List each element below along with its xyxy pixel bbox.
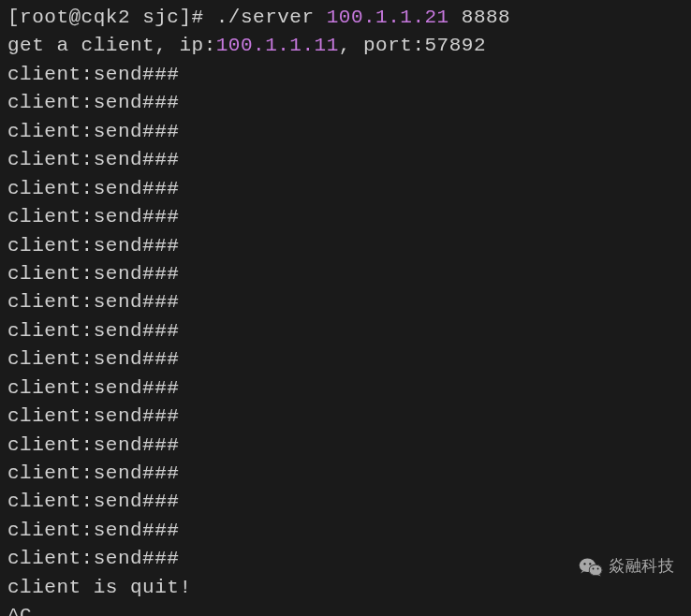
svg-point-4 xyxy=(583,563,585,565)
send-line: client:send### xyxy=(7,203,684,231)
client-ip: 100.1.1.11 xyxy=(216,35,339,56)
send-line: client:send### xyxy=(7,288,684,316)
send-line: client:send### xyxy=(7,89,684,117)
svg-point-6 xyxy=(593,567,595,569)
prompt-user-host: root@cqk2 sjc xyxy=(20,7,179,28)
client-suffix: , port:57892 xyxy=(339,35,486,56)
wechat-icon xyxy=(579,557,603,578)
prompt-bracket-close: ]# xyxy=(179,7,215,28)
send-line: client:send### xyxy=(7,488,684,516)
ip-argument: 100.1.1.21 xyxy=(327,7,449,28)
arg-space xyxy=(449,7,462,28)
send-line: client:send### xyxy=(7,175,684,203)
prompt-bracket-open: [ xyxy=(7,7,20,28)
send-line: client:send### xyxy=(7,460,684,488)
prompt-line: [root@cqk2 sjc]# ./server 100.1.1.21 888… xyxy=(7,4,684,32)
send-line: client:send### xyxy=(7,61,684,89)
command-text: ./server xyxy=(216,7,327,28)
send-line: client:send### xyxy=(7,260,684,288)
interrupt-line: ^C xyxy=(7,602,684,616)
svg-point-7 xyxy=(597,567,599,569)
svg-point-3 xyxy=(590,565,602,575)
port-argument: 8888 xyxy=(462,7,510,28)
send-line: client:send### xyxy=(7,118,684,146)
send-line: client:send### xyxy=(7,432,684,460)
send-line: client:send### xyxy=(7,317,684,345)
svg-point-5 xyxy=(589,563,591,565)
client-connect-line: get a client, ip:100.1.1.11, port:57892 xyxy=(7,32,684,60)
send-line: client:send### xyxy=(7,517,684,545)
watermark-text: 焱融科技 xyxy=(609,555,674,579)
send-line: client:send### xyxy=(7,345,684,374)
send-line: client:send### xyxy=(7,374,684,403)
send-line: client:send### xyxy=(7,146,684,174)
send-line: client:send### xyxy=(7,232,684,260)
watermark: 焱融科技 xyxy=(579,555,674,579)
client-prefix: get a client, ip: xyxy=(7,35,216,56)
terminal-output[interactable]: [root@cqk2 sjc]# ./server 100.1.1.21 888… xyxy=(7,4,684,616)
send-line: client:send### xyxy=(7,403,684,431)
